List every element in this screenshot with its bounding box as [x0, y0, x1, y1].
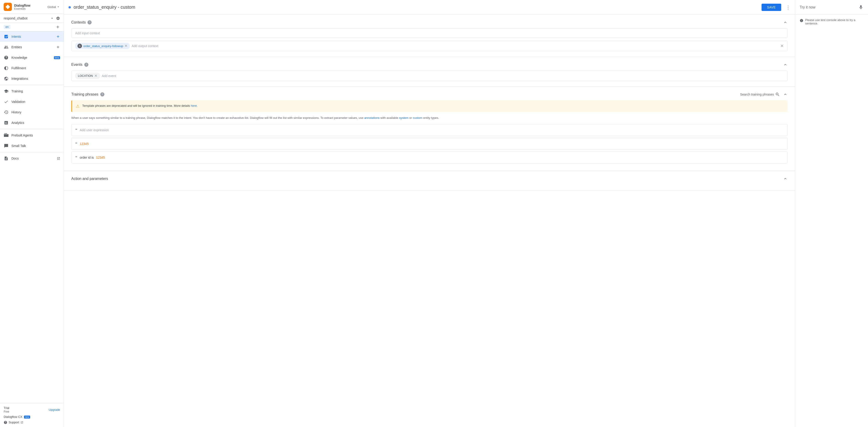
- trial-plan: Free: [4, 410, 9, 413]
- integrations-icon: [4, 76, 9, 81]
- try-info: Please use test console above to try a s…: [795, 15, 868, 29]
- sidebar-item-intents[interactable]: Intents: [0, 31, 64, 42]
- sidebar-item-fulfillment[interactable]: Fulfillment: [0, 63, 64, 74]
- sidebar: Dialogflow Essentials Global respond_cha…: [0, 0, 64, 427]
- quote-icon: ❝: [75, 127, 78, 133]
- sidebar-item-entities[interactable]: Entities: [0, 42, 64, 52]
- try-panel-header: Try it now: [795, 0, 868, 15]
- action-params-header: Action and parameters: [71, 176, 787, 181]
- upgrade-button[interactable]: Upgrade: [49, 408, 60, 411]
- warning-banner: ⚠ Template phrases are deprecated and wi…: [71, 101, 787, 112]
- docs-icon: [4, 156, 9, 161]
- warning-link[interactable]: here.: [191, 104, 198, 108]
- search-row: Search training phrases: [740, 92, 787, 97]
- search-icon[interactable]: [775, 92, 780, 97]
- add-entity-button[interactable]: [56, 45, 60, 49]
- agent-row: respond_chatbot: [0, 14, 64, 23]
- phrase-row: ❝ 12345: [71, 138, 787, 150]
- sidebar-item-history[interactable]: History: [0, 107, 64, 117]
- remove-event-button[interactable]: ✕: [94, 74, 97, 78]
- global-selector[interactable]: Global: [47, 5, 60, 9]
- history-label: History: [11, 110, 60, 114]
- phrase-text-1[interactable]: 12345: [80, 142, 89, 146]
- trial-row: Trial Free Upgrade: [4, 406, 60, 413]
- add-event-field[interactable]: Add event: [102, 74, 116, 78]
- agent-actions: [50, 16, 60, 20]
- sidebar-item-small-talk[interactable]: Small Talk: [0, 141, 64, 151]
- event-badge: LOCATION ✕: [75, 73, 100, 79]
- try-info-text: Please use test console above to try a s…: [805, 18, 863, 25]
- help-icon: [4, 420, 7, 424]
- phrase-text-2-highlight[interactable]: 12345: [96, 156, 105, 159]
- training-icon: [4, 89, 9, 94]
- entities-icon: [4, 45, 9, 50]
- training-phrases-section: Training phrases ? Search training phras…: [64, 87, 795, 171]
- try-label: Try it now: [800, 5, 857, 9]
- add-expression-placeholder: Add user expression: [80, 128, 109, 132]
- save-button[interactable]: SAVE: [762, 4, 781, 11]
- remove-context-button[interactable]: ✕: [124, 44, 127, 48]
- contexts-section: Contexts ? Add input context 5 order_sta…: [64, 15, 795, 57]
- sidebar-item-integrations[interactable]: Integrations: [0, 74, 64, 84]
- events-collapse-button[interactable]: [783, 62, 787, 67]
- event-row: LOCATION ✕ Add event: [71, 70, 787, 81]
- validation-label: Validation: [11, 100, 60, 104]
- agent-name: respond_chatbot: [4, 17, 50, 20]
- cx-new-badge: new: [24, 416, 30, 419]
- training-phrases-help-icon[interactable]: ?: [100, 92, 104, 96]
- intents-label: Intents: [11, 35, 53, 38]
- add-expression-input[interactable]: ❝ Add user expression: [71, 124, 787, 136]
- sidebar-item-knowledge[interactable]: Knowledge beta: [0, 52, 64, 63]
- dialogflow-cx-link[interactable]: Dialogflow CX new: [4, 415, 60, 419]
- training-phrases-collapse-button[interactable]: [783, 92, 787, 97]
- phrase-quote-icon: ❝: [75, 155, 78, 160]
- mic-button[interactable]: [859, 5, 863, 10]
- annotations-link[interactable]: annotations: [364, 116, 380, 119]
- sidebar-item-training[interactable]: Training: [0, 86, 64, 96]
- integrations-label: Integrations: [11, 77, 60, 81]
- more-options-button[interactable]: ⋮: [786, 5, 790, 10]
- intents-icon: [4, 34, 9, 39]
- input-context-field[interactable]: Add input context: [71, 28, 787, 38]
- clear-context-button[interactable]: ✕: [780, 44, 784, 49]
- phrase-row: ❝ order id is 12345: [71, 151, 787, 164]
- system-link[interactable]: system: [399, 116, 408, 119]
- add-language-button[interactable]: [56, 25, 60, 29]
- brand-info: Dialogflow Essentials: [14, 4, 30, 10]
- contexts-help-icon[interactable]: ?: [88, 20, 92, 25]
- dropdown-icon[interactable]: [50, 16, 54, 20]
- sidebar-item-docs[interactable]: Docs: [0, 153, 64, 164]
- docs-label: Docs: [11, 156, 54, 160]
- sidebar-item-validation[interactable]: Validation: [0, 96, 64, 107]
- sidebar-item-prebuilt[interactable]: Prebuilt Agents: [0, 130, 64, 141]
- history-icon: [4, 110, 9, 115]
- add-output-context-field[interactable]: Add output context: [131, 44, 778, 48]
- support-label: Support: [9, 421, 19, 424]
- context-name: order_status_enquiry-followup: [83, 44, 123, 48]
- fulfillment-icon: [4, 66, 9, 70]
- events-header: Events ?: [71, 62, 787, 67]
- language-row: en: [0, 23, 64, 31]
- output-context-badge: 5 order_status_enquiry-followup ✕: [75, 43, 130, 49]
- training-info-text: When a user says something similar to a …: [71, 116, 787, 120]
- settings-icon[interactable]: [56, 16, 60, 20]
- knowledge-icon: [4, 55, 9, 60]
- add-intent-button[interactable]: [56, 34, 60, 39]
- output-context-row: 5 order_status_enquiry-followup ✕ Add ou…: [71, 41, 787, 51]
- training-phrases-header: Training phrases ? Search training phras…: [71, 92, 787, 97]
- contexts-header: Contexts ?: [71, 20, 787, 25]
- context-lifespan[interactable]: 5: [78, 44, 82, 48]
- prebuilt-icon: [4, 133, 9, 138]
- contexts-collapse-button[interactable]: [783, 20, 787, 25]
- lang-badge[interactable]: en: [4, 25, 10, 29]
- events-help-icon[interactable]: ?: [84, 63, 88, 67]
- prebuilt-label: Prebuilt Agents: [11, 134, 60, 137]
- small-talk-icon: [4, 143, 9, 148]
- action-params-title: Action and parameters: [71, 177, 108, 181]
- events-section: Events ? LOCATION ✕ Add event: [64, 57, 795, 87]
- custom-link[interactable]: custom: [413, 116, 422, 119]
- action-params-collapse-button[interactable]: [783, 176, 787, 181]
- sidebar-item-analytics[interactable]: Analytics: [0, 117, 64, 128]
- main-area: order_status_enquiry - custom SAVE ⋮ Con…: [64, 0, 795, 427]
- support-link[interactable]: Support: [4, 420, 60, 424]
